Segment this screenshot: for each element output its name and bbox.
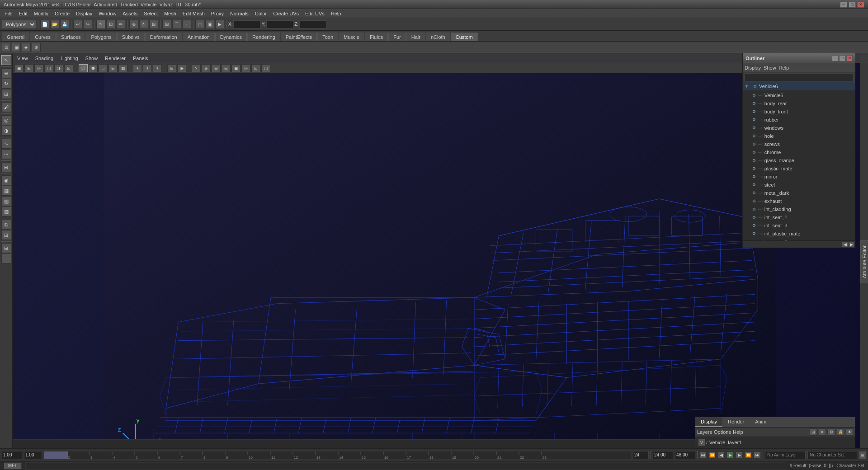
last-frame-btn[interactable]: ⏭	[754, 451, 761, 459]
tb-open[interactable]: 📂	[50, 20, 59, 29]
mel-button[interactable]: MEL	[4, 462, 22, 470]
tree-item-windows[interactable]: ⚙─○windows	[743, 124, 855, 132]
menu-item-normals[interactable]: Normals	[227, 10, 251, 17]
scroll-right-btn[interactable]: ▶	[848, 241, 854, 248]
vp-light-3[interactable]: ☀	[153, 64, 162, 72]
shelf-tab-painteffects[interactable]: PaintEffects	[281, 33, 317, 41]
vp-light-1[interactable]: ☀	[133, 64, 142, 72]
back-btn[interactable]: ◀	[717, 451, 725, 459]
move-tool-btn[interactable]: ⊕	[1, 68, 11, 78]
layer-tab-anim[interactable]: Anim	[750, 417, 772, 427]
shelf-tab-hair[interactable]: Hair	[406, 33, 425, 41]
tree-item-exhaust[interactable]: ⚙─○exhaust	[743, 197, 855, 205]
shelf-tab-curves[interactable]: Curves	[30, 33, 56, 41]
vp-tb-bounding[interactable]: ⊞	[108, 64, 118, 72]
shelf-icon-3[interactable]: ◈	[22, 43, 31, 52]
layer-new-btn[interactable]: ⊞	[810, 428, 817, 436]
lt-misc-2[interactable]: ▧	[1, 196, 11, 206]
vp-menu-renderer[interactable]: Renderer	[103, 55, 127, 62]
paint-tool-btn[interactable]: 🖌	[1, 102, 11, 112]
shelf-tab-animation[interactable]: Animation	[183, 33, 215, 41]
tree-item-int_seat_1[interactable]: ⚙─○int_seat_1	[743, 213, 855, 221]
vp-menu-lighting[interactable]: Lighting	[59, 55, 80, 62]
tree-item-root[interactable]: ▼ ⚙ Vehicle6	[743, 82, 855, 90]
curve-ep-btn[interactable]: ∾	[1, 149, 11, 159]
layer-vis-btn[interactable]: 👁	[846, 428, 853, 436]
layer-delete-btn[interactable]: ✕	[819, 428, 826, 436]
close-button[interactable]: ✕	[857, 1, 864, 8]
shelf-tab-rendering[interactable]: Rendering	[247, 33, 280, 41]
layer-subtab-options[interactable]: Options	[714, 429, 731, 435]
vp-light-2[interactable]: ☀	[143, 64, 152, 72]
vp-tb-extra3[interactable]: ⊞	[212, 64, 221, 72]
shelf-tab-fluids[interactable]: Fluids	[365, 33, 388, 41]
tree-item-mirror[interactable]: ⚙─○mirror	[743, 173, 855, 181]
curve-cv-btn[interactable]: ∿	[1, 139, 11, 149]
shelf-tab-surfaces[interactable]: Surfaces	[56, 33, 85, 41]
vp-tb-extra5[interactable]: ▣	[231, 64, 241, 72]
snap-point-btn[interactable]: ·	[1, 254, 11, 263]
vp-tb-wireframe[interactable]: ⬡	[79, 64, 88, 72]
outliner-search-box[interactable]	[745, 73, 854, 81]
show-manip-btn[interactable]: ⊟	[1, 162, 11, 172]
tb-select[interactable]: ↖	[96, 20, 105, 29]
tree-item-glass_orange[interactable]: ⚙─○glass_orange	[743, 156, 855, 164]
tb-scale[interactable]: ⊞	[149, 20, 158, 29]
anim-layer-field[interactable]: No Anim Layer	[765, 451, 806, 459]
tb-snap-curve[interactable]: ⌒	[172, 20, 181, 29]
viewport[interactable]: View Shading Lighting Show Renderer Pane…	[13, 53, 868, 470]
tree-item-metal_dark[interactable]: ⚙─○metal_dark	[743, 189, 855, 197]
tb-snap-grid[interactable]: ⊞	[162, 20, 171, 29]
vp-tb-flat[interactable]: □	[99, 64, 108, 72]
playback-end-field[interactable]	[675, 451, 695, 459]
vp-tb-isolate[interactable]: ◑	[54, 64, 63, 72]
menu-item-window[interactable]: Window	[96, 10, 119, 17]
menu-item-create[interactable]: Create	[52, 10, 72, 17]
tree-item-vehicle6[interactable]: ⚙─○Vehicle6	[743, 91, 855, 99]
lt-misc-3[interactable]: ▨	[1, 207, 11, 216]
fwd-btn[interactable]: ▶	[736, 451, 743, 459]
menu-item-mesh[interactable]: Mesh	[161, 10, 179, 17]
shelf-icon-4[interactable]: ⊕	[32, 43, 41, 52]
vp-tb-4[interactable]: ◫	[44, 64, 53, 72]
menu-item-create-uvs[interactable]: Create UVs	[270, 10, 302, 17]
tb-ipr[interactable]: ▣	[205, 20, 214, 29]
tb-new[interactable]: 📄	[40, 20, 49, 29]
camera-tools-btn[interactable]: ◉	[1, 175, 11, 185]
tb-render[interactable]: ▶	[215, 20, 224, 29]
menu-item-file[interactable]: File	[2, 10, 15, 17]
tb-lasso[interactable]: ⊡	[106, 20, 115, 29]
attribute-editor-tab[interactable]: Attribute Editor	[860, 240, 868, 283]
vp-grid-toggle[interactable]: ⊟	[167, 64, 176, 72]
menu-item-edit[interactable]: Edit	[16, 10, 30, 17]
shelf-tab-fur[interactable]: Fur	[388, 33, 406, 41]
vp-tb-extra8[interactable]: ◫	[261, 64, 270, 72]
tb-paint[interactable]: ✏	[116, 20, 125, 29]
shelf-tab-dynamics[interactable]: Dynamics	[215, 33, 247, 41]
vp-tb-smooth[interactable]: ⬢	[89, 64, 98, 72]
tree-item-rubber[interactable]: ⚙─○rubber	[743, 116, 855, 124]
layer-options-btn[interactable]: ⚙	[828, 428, 835, 436]
play-btn[interactable]: ▶	[726, 451, 734, 459]
outliner-menu-display[interactable]: Display	[745, 65, 761, 70]
vp-tb-extra7[interactable]: ⊡	[251, 64, 260, 72]
shelf-tab-toon[interactable]: Toon	[317, 33, 338, 41]
outliner-close-btn[interactable]: ✕	[846, 55, 853, 61]
step-back-btn[interactable]: ⏪	[708, 451, 716, 459]
menu-item-edit-uvs[interactable]: Edit UVs	[302, 10, 327, 17]
layer-subtab-help[interactable]: Help	[733, 429, 743, 435]
menu-item-select[interactable]: Select	[141, 10, 160, 17]
tree-item-int_seat_3[interactable]: ⚙─○int_seat_3	[743, 221, 855, 230]
menu-item-display[interactable]: Display	[73, 10, 95, 17]
tb-save[interactable]: 💾	[60, 20, 69, 29]
range-start-field[interactable]	[24, 451, 42, 459]
outliner-minimize-btn[interactable]: ─	[832, 55, 838, 61]
tree-item-chrome[interactable]: ⚙─○chrome	[743, 148, 855, 156]
tree-item-int_plastic_mate[interactable]: ⚙─○int_plastic_mate	[743, 230, 855, 238]
tree-collapse-btn[interactable]: ▼	[745, 84, 751, 89]
tree-item-screws[interactable]: ⚙─○screws	[743, 140, 855, 148]
tb-redo[interactable]: ↪	[83, 20, 92, 29]
scale-tool-btn[interactable]: ⊞	[1, 89, 11, 99]
tb-snap-point[interactable]: ·	[182, 20, 191, 29]
tree-item-int_cladding[interactable]: ⚙─○int_cladding	[743, 205, 855, 213]
